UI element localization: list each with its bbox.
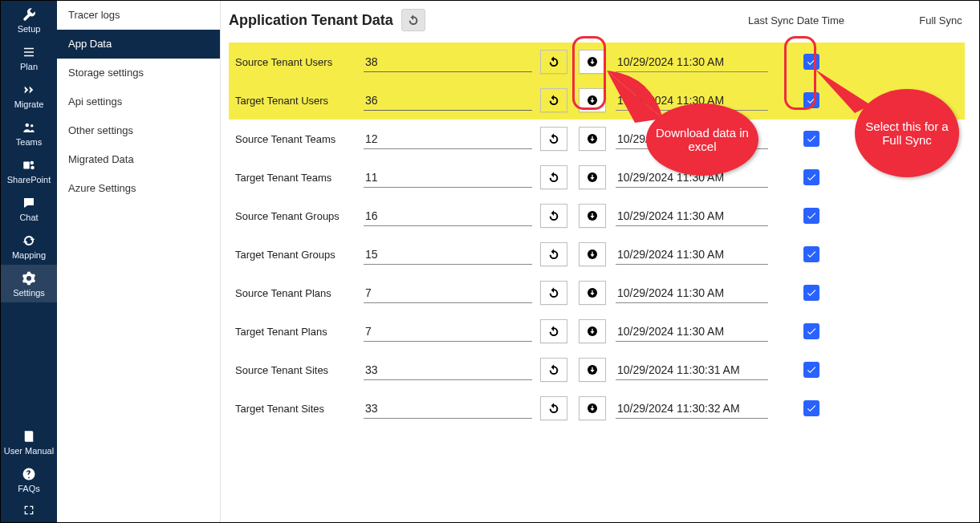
row-lastsync: 10/29/2024 11:30 AM (616, 283, 768, 303)
row-label: Target Tenant Users (229, 95, 364, 107)
refresh-icon (547, 94, 560, 107)
row-fullsync-checkbox[interactable] (803, 323, 819, 339)
nav-label: Mapping (12, 250, 46, 260)
nav-teams[interactable]: Teams (1, 114, 57, 152)
row-download-button[interactable] (579, 281, 606, 305)
row-download-button[interactable] (579, 396, 606, 420)
row-lastsync: 10/29/2024 11:30 AM (616, 206, 768, 226)
row-label: Target Tenant Groups (229, 249, 364, 261)
teams-icon (22, 120, 36, 135)
column-header-lastsync: Last Sync Date Time (748, 14, 884, 26)
refresh-icon (547, 402, 560, 415)
row-fullsync-checkbox[interactable] (803, 208, 819, 224)
row-download-button[interactable] (579, 50, 606, 74)
sidebar-item-migrated-data[interactable]: Migrated Data (57, 145, 220, 174)
sidebar-item-tracer-logs[interactable]: Tracer logs (57, 1, 220, 30)
list-icon (22, 45, 36, 59)
sync-icon (22, 233, 36, 248)
row-fullsync-checkbox[interactable] (803, 131, 819, 147)
row-refresh-button[interactable] (540, 358, 567, 382)
sidebar-item-storage-settings[interactable]: Storage settings (57, 59, 220, 87)
sidebar-item-azure-settings[interactable]: Azure Settings (57, 174, 220, 203)
nav-label: Migrate (14, 99, 44, 109)
check-icon (806, 210, 817, 221)
row-refresh-button[interactable] (540, 319, 567, 343)
row-download-button[interactable] (579, 88, 606, 112)
nav-settings[interactable]: Settings (1, 265, 57, 302)
download-icon (586, 402, 599, 415)
row-refresh-button[interactable] (540, 396, 567, 420)
check-icon (806, 56, 817, 67)
row-download-button[interactable] (579, 165, 606, 189)
nav-chat[interactable]: Chat (1, 189, 57, 227)
data-row: Target Tenant Teams 11 10/29/2024 11:30 … (229, 158, 965, 197)
sidebar-item-app-data[interactable]: App Data (57, 30, 220, 59)
row-refresh-button[interactable] (540, 50, 567, 74)
row-fullsync-checkbox[interactable] (803, 246, 819, 262)
help-icon (22, 467, 36, 481)
sharepoint-icon (22, 158, 36, 172)
nav-label: User Manual (4, 446, 54, 456)
nav-label: Teams (16, 137, 42, 147)
data-row: Target Tenant Sites 33 10/29/2024 11:30:… (229, 389, 965, 428)
row-count: 7 (364, 283, 532, 303)
annotation-callout-download: Download data in excel (646, 103, 758, 176)
row-label: Source Tenant Sites (229, 364, 364, 376)
expand-nav-button[interactable] (1, 498, 57, 522)
nav-plan[interactable]: Plan (1, 39, 57, 76)
nav-setup[interactable]: Setup (1, 1, 57, 39)
data-row: Target Tenant Plans 7 10/29/2024 11:30 A… (229, 312, 965, 351)
row-download-button[interactable] (579, 319, 606, 343)
row-lastsync: 10/29/2024 11:30:31 AM (616, 360, 768, 380)
row-download-button[interactable] (579, 242, 606, 266)
refresh-all-button[interactable] (401, 9, 425, 31)
row-refresh-button[interactable] (540, 88, 567, 112)
check-icon (806, 172, 817, 183)
nav-sharepoint[interactable]: SharePoint (1, 152, 57, 189)
row-download-button[interactable] (579, 127, 606, 151)
column-header-fullsync: Full Sync (917, 14, 965, 26)
row-count: 36 (364, 91, 532, 111)
refresh-icon (547, 325, 560, 338)
refresh-icon (547, 55, 560, 68)
check-icon (806, 133, 817, 144)
row-count: 12 (364, 129, 532, 149)
nav-mapping[interactable]: Mapping (1, 227, 57, 265)
row-download-button[interactable] (579, 204, 606, 228)
row-fullsync-checkbox[interactable] (803, 169, 819, 185)
row-fullsync-checkbox[interactable] (803, 362, 819, 378)
nav-label: Chat (19, 213, 38, 222)
sidebar-item-other-settings[interactable]: Other settings (57, 116, 220, 145)
download-icon (586, 248, 599, 261)
refresh-icon (547, 209, 560, 222)
data-row: Target Tenant Groups 15 10/29/2024 11:30… (229, 235, 965, 274)
row-refresh-button[interactable] (540, 204, 567, 228)
row-refresh-button[interactable] (540, 127, 567, 151)
data-row: Source Tenant Teams 12 10/29/2024 11:30 … (229, 120, 965, 158)
download-icon (586, 55, 599, 68)
chat-icon (22, 196, 36, 210)
wrench-icon (22, 7, 36, 22)
check-icon (806, 403, 817, 414)
row-label: Target Tenant Teams (229, 172, 364, 184)
check-icon (806, 364, 817, 375)
row-refresh-button[interactable] (540, 242, 567, 266)
row-label: Source Tenant Plans (229, 287, 364, 299)
nav-usermanual[interactable]: User Manual (1, 423, 57, 460)
nav-faqs[interactable]: FAQs (1, 460, 57, 498)
download-icon (586, 363, 599, 376)
row-refresh-button[interactable] (540, 281, 567, 305)
row-fullsync-checkbox[interactable] (803, 54, 819, 70)
row-fullsync-checkbox[interactable] (803, 400, 819, 416)
annotation-fullsync-text: Select this for a Full Sync (863, 120, 951, 147)
sidebar-item-api-settings[interactable]: Api settings (57, 87, 220, 116)
row-count: 33 (364, 360, 532, 380)
row-label: Source Tenant Teams (229, 133, 364, 145)
nav-migrate[interactable]: Migrate (1, 76, 57, 114)
data-row: Source Tenant Users 38 10/29/2024 11:30 … (229, 43, 965, 81)
row-fullsync-checkbox[interactable] (803, 285, 819, 301)
row-download-button[interactable] (579, 358, 606, 382)
row-count: 38 (364, 52, 532, 72)
row-refresh-button[interactable] (540, 165, 567, 189)
row-fullsync-checkbox[interactable] (803, 92, 819, 108)
